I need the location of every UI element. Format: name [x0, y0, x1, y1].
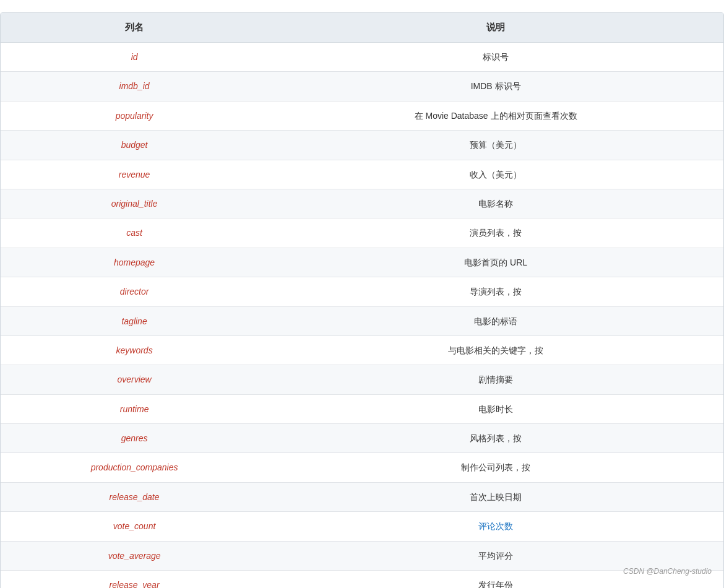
table-row: vote_count评论次数: [1, 512, 723, 541]
cell-column-name: release_date: [1, 482, 268, 511]
cell-description: 平均评分: [268, 541, 723, 570]
table-row: id标识号: [1, 43, 723, 72]
cell-column-name: runtime: [1, 394, 268, 423]
cell-description: 导演列表，按: [268, 277, 723, 306]
cell-description: 剧情摘要: [268, 365, 723, 394]
cell-column-name: director: [1, 277, 268, 306]
cell-column-name: cast: [1, 218, 268, 248]
table-row: original_title电影名称: [1, 189, 723, 218]
cell-description: 制作公司列表，按: [268, 453, 723, 482]
table-row: director导演列表，按: [1, 277, 723, 306]
cell-description: IMDB 标识号: [268, 72, 723, 101]
table-header-row: 列名 说明: [1, 13, 723, 43]
table-row: release_year发行年份: [1, 571, 723, 588]
table-row: genres风格列表，按: [1, 424, 723, 453]
cell-column-name: vote_average: [1, 541, 268, 570]
cell-description: 在 Movie Database 上的相对页面查看次数: [268, 101, 723, 130]
cell-column-name: budget: [1, 131, 268, 160]
table-row: vote_average平均评分: [1, 541, 723, 570]
table-row: imdb_idIMDB 标识号: [1, 72, 723, 101]
cell-description: 电影时长: [268, 394, 723, 423]
cell-description: 收入（美元）: [268, 160, 723, 189]
cell-description: 与电影相关的关键字，按: [268, 335, 723, 365]
cell-column-name: keywords: [1, 335, 268, 365]
cell-description: 标识号: [268, 43, 723, 72]
cell-column-name: production_companies: [1, 453, 268, 482]
cell-description: 电影首页的 URL: [268, 248, 723, 277]
table-row: budget预算（美元）: [1, 131, 723, 160]
table-row: homepage电影首页的 URL: [1, 248, 723, 277]
cell-column-name: release_year: [1, 571, 268, 588]
cell-description: 电影的标语: [268, 306, 723, 335]
cell-column-name: imdb_id: [1, 72, 268, 101]
col-header-name: 列名: [1, 13, 268, 43]
cell-column-name: revenue: [1, 160, 268, 189]
main-table-container: 列名 说明 id标识号imdb_idIMDB 标识号popularity在 Mo…: [0, 12, 724, 588]
watermark-text: CSDN @DanCheng-studio: [623, 567, 712, 576]
cell-column-name: original_title: [1, 189, 268, 218]
table-row: revenue收入（美元）: [1, 160, 723, 189]
cell-description: 首次上映日期: [268, 482, 723, 511]
cell-column-name: id: [1, 43, 268, 72]
cell-description: 评论次数: [268, 512, 723, 541]
cell-description: 演员列表，按: [268, 218, 723, 248]
table-row: keywords与电影相关的关键字，按: [1, 335, 723, 365]
table-row: overview剧情摘要: [1, 365, 723, 394]
cell-column-name: overview: [1, 365, 268, 394]
table-row: runtime电影时长: [1, 394, 723, 423]
cell-column-name: homepage: [1, 248, 268, 277]
cell-description: 预算（美元）: [268, 131, 723, 160]
col-header-description: 说明: [268, 13, 723, 43]
cell-column-name: vote_count: [1, 512, 268, 541]
table-row: release_date首次上映日期: [1, 482, 723, 511]
cell-column-name: tagline: [1, 306, 268, 335]
data-table: 列名 说明 id标识号imdb_idIMDB 标识号popularity在 Mo…: [1, 13, 723, 588]
table-row: popularity在 Movie Database 上的相对页面查看次数: [1, 101, 723, 130]
cell-description: 风格列表，按: [268, 424, 723, 453]
cell-column-name: genres: [1, 424, 268, 453]
table-row: tagline电影的标语: [1, 306, 723, 335]
table-row: production_companies制作公司列表，按: [1, 453, 723, 482]
table-row: cast演员列表，按: [1, 218, 723, 248]
cell-description: 电影名称: [268, 189, 723, 218]
cell-column-name: popularity: [1, 101, 268, 130]
